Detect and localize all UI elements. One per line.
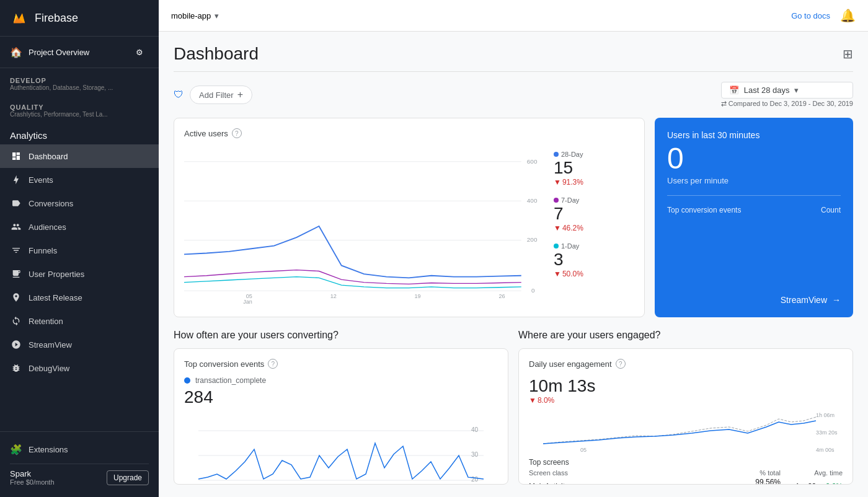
sidebar-item-dashboard[interactable]: Dashboard — [0, 144, 159, 168]
sidebar-item-streamview[interactable]: StreamView — [0, 333, 159, 356]
sidebar-item-conversions[interactable]: Conversions — [0, 191, 159, 215]
top-screens-label: Top screens — [529, 458, 843, 467]
engagement-value: 10m 13s — [529, 376, 843, 396]
sidebar-item-retention[interactable]: Retention — [0, 309, 159, 333]
active-users-help-icon[interactable]: ? — [232, 128, 242, 138]
realtime-label: Users per minute — [667, 176, 841, 185]
active-users-card: Active users ? 600 400 200 0 — [174, 118, 645, 317]
svg-text:600: 600 — [527, 158, 538, 165]
screen-avg-time: 1m 32s ↑2.0% — [781, 482, 843, 485]
compare-icon: ⇄ — [721, 100, 727, 107]
app-title: Firebase — [35, 12, 78, 25]
user-properties-icon — [10, 268, 22, 280]
top-bar: mobile-app ▾ Go to docs 🔔 — [159, 0, 868, 32]
sidebar: Firebase 🏠 Project Overview ⚙ Develop Au… — [0, 0, 159, 497]
stat-7day: 7-Day 7 ▼ 46.2% — [554, 196, 634, 232]
conversion-card-title: Top conversion events ? — [184, 359, 498, 369]
bottom-row: How often are your users converting? Top… — [174, 330, 853, 485]
screen-col1-header: Screen class — [529, 469, 731, 477]
conversion-card: Top conversion events ? transaction_comp… — [174, 348, 508, 485]
streamview-link[interactable]: StreamView → — [667, 295, 841, 305]
user-properties-label: User Properties — [29, 270, 84, 279]
svg-text:1h 06m: 1h 06m — [816, 412, 835, 418]
engagement-help-icon[interactable]: ? — [616, 359, 626, 369]
conversion-legend: transaction_complete — [184, 376, 498, 385]
sidebar-footer: 🧩 Extensions Spark Free $0/month Upgrade — [0, 431, 159, 497]
analytics-section-label: Analytics — [0, 121, 159, 144]
main-content: mobile-app ▾ Go to docs 🔔 Dashboard ⊞ 🛡 … — [159, 0, 868, 497]
svg-text:33m 20s: 33m 20s — [816, 429, 838, 436]
date-range-label: Last 28 days — [744, 86, 790, 95]
settings-button[interactable]: ⚙ — [130, 43, 149, 61]
engagement-chart: 1h 06m 33m 20s 4m 00s 05 — [529, 410, 843, 453]
date-compare: ⇄ Compared to Dec 3, 2019 - Dec 30, 2019 — [721, 100, 853, 108]
conversion-count-label: Count — [821, 206, 841, 214]
sidebar-header: Firebase — [0, 0, 159, 37]
conversion-help-icon[interactable]: ? — [268, 359, 278, 369]
add-filter-button[interactable]: Add Filter + — [190, 86, 252, 104]
sidebar-item-user-properties[interactable]: User Properties — [0, 262, 159, 286]
engagement-section: Where are your users engaged? Daily user… — [518, 330, 853, 485]
sidebar-item-events[interactable]: Events — [0, 168, 159, 191]
stat-28day: 28-Day 15 ▼ 91.3% — [554, 151, 634, 187]
streamview-arrow-icon: → — [832, 295, 841, 305]
1day-dot — [554, 244, 559, 248]
quality-section-label: Quality Crashlytics, Performance, Test L… — [0, 95, 159, 121]
28day-arrow: ▼ — [554, 178, 561, 187]
svg-text:0: 0 — [531, 287, 535, 294]
project-selector[interactable]: mobile-app ▾ — [171, 11, 219, 20]
date-dropdown-icon: ▾ — [794, 86, 799, 95]
sidebar-item-latest-release[interactable]: Latest Release — [0, 286, 159, 309]
conversion-dot — [184, 377, 190, 384]
svg-text:Jan: Jan — [243, 299, 252, 305]
streamview-icon — [10, 338, 22, 351]
quality-label: Quality — [10, 103, 149, 111]
add-filter-plus-icon: + — [237, 89, 243, 100]
time-change: ↑2.0% — [822, 482, 843, 485]
debugview-icon — [10, 362, 22, 374]
active-users-content: 600 400 200 0 — [184, 146, 634, 307]
sidebar-item-audiences[interactable]: Audiences — [0, 215, 159, 239]
28day-dot — [554, 152, 559, 157]
upgrade-button[interactable]: Upgrade — [107, 470, 149, 485]
events-label: Events — [29, 175, 53, 185]
sidebar-item-debugview[interactable]: DebugView — [0, 356, 159, 380]
sidebar-item-funnels[interactable]: Funnels — [0, 239, 159, 262]
realtime-count: 0 — [667, 144, 841, 174]
top-cards-row: Active users ? 600 400 200 0 — [174, 118, 853, 317]
notification-icon[interactable]: 🔔 — [840, 8, 856, 23]
conversions-section: How often are your users converting? Top… — [174, 330, 508, 485]
page-header: Dashboard ⊞ — [174, 44, 853, 72]
engagement-card-title: Daily user engagement ? — [529, 359, 843, 369]
7day-period: 7-Day — [561, 196, 579, 204]
page-title: Dashboard — [174, 44, 259, 64]
conversion-title: Top conversion events — [667, 206, 741, 214]
date-range-selector[interactable]: 📅 Last 28 days ▾ — [721, 82, 853, 99]
engagement-change-arrow: ▼ — [529, 396, 536, 405]
conversions-section-title: How often are your users converting? — [174, 330, 508, 341]
screen-col2-header: % total — [731, 469, 781, 477]
engagement-change: ▼ 8.0% — [529, 396, 843, 405]
7day-change: ▼ 46.2% — [554, 224, 634, 232]
stats-col: 28-Day 15 ▼ 91.3% 7-Day — [554, 146, 634, 307]
audiences-label: Audiences — [29, 222, 66, 232]
customize-icon[interactable]: ⊞ — [843, 46, 853, 61]
plan-name: Spark — [10, 469, 55, 478]
date-selector: 📅 Last 28 days ▾ ⇄ Compared to Dec 3, 20… — [721, 82, 853, 108]
extensions-item[interactable]: 🧩 Extensions — [10, 438, 149, 461]
svg-text:30: 30 — [471, 451, 479, 458]
project-overview-link[interactable]: 🏠 Project Overview — [10, 46, 125, 58]
top-bar-right: Go to docs 🔔 — [791, 8, 856, 23]
audiences-icon — [10, 221, 22, 233]
1day-value: 3 — [554, 250, 634, 270]
realtime-title: Users in last 30 minutes — [667, 130, 841, 140]
screens-header: Screen class % total Avg. time — [529, 469, 843, 477]
7day-dot — [554, 198, 559, 203]
project-name: mobile-app — [171, 11, 211, 20]
svg-text:20: 20 — [471, 476, 479, 483]
conversion-value: 284 — [184, 387, 498, 407]
latest-release-label: Latest Release — [29, 293, 82, 302]
go-to-docs-link[interactable]: Go to docs — [791, 11, 830, 20]
active-users-title: Active users ? — [184, 128, 634, 138]
svg-text:12: 12 — [330, 293, 337, 299]
